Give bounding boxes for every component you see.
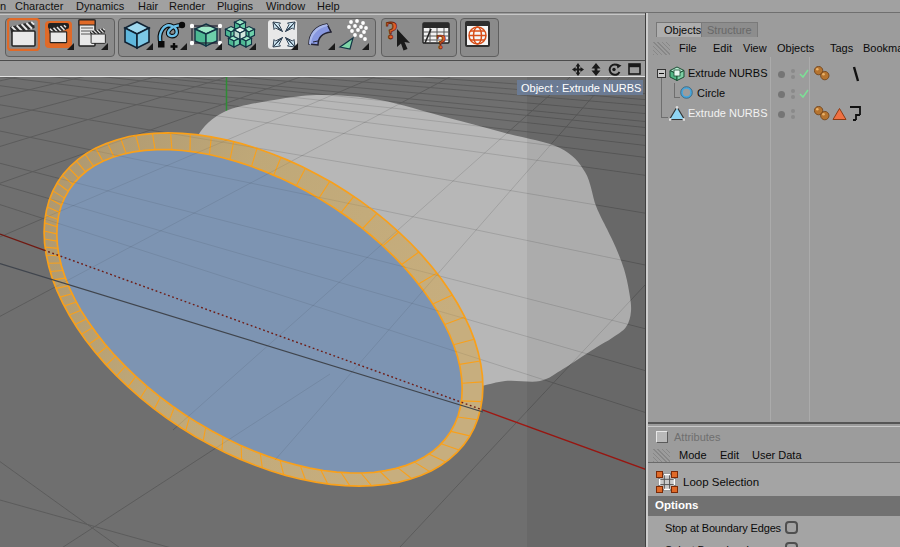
svg-text:?: ? [385,18,398,45]
svg-text:?: ? [436,30,447,51]
svg-text:Object : Extrude NURBS: Object : Extrude NURBS [521,82,641,94]
